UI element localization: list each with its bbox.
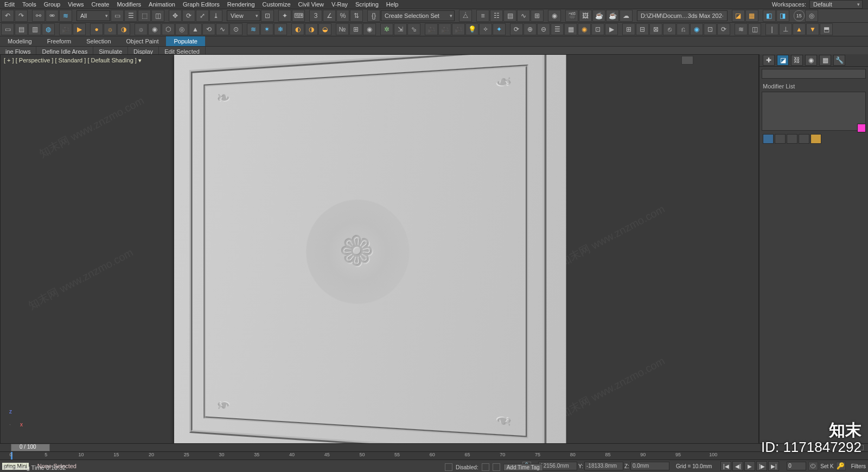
select-region-button[interactable]: ⬚ bbox=[138, 10, 151, 22]
tb2-spotlight-icon[interactable]: ◑ bbox=[117, 23, 130, 35]
tb2-c01[interactable]: ≋ bbox=[247, 23, 260, 35]
undo-button[interactable]: ↶ bbox=[1, 10, 14, 22]
key-filters-button[interactable]: Filters bbox=[851, 463, 866, 469]
tb2-b04[interactable]: ◎ bbox=[175, 23, 188, 35]
ribbon-tab-object-paint[interactable]: Object Paint bbox=[119, 36, 167, 46]
menu-customize[interactable]: Customize bbox=[259, 0, 294, 9]
menu-animation[interactable]: Animation bbox=[145, 0, 178, 9]
isolate-toggle-icon[interactable] bbox=[482, 463, 489, 471]
toggle-ribbon-button[interactable]: ▤ bbox=[503, 10, 516, 22]
time-ruler[interactable]: 0510152025303540455055606570758085909510… bbox=[0, 452, 868, 460]
menu-views[interactable]: Views bbox=[65, 0, 87, 9]
ribbon-tab-selection[interactable]: Selection bbox=[79, 36, 118, 46]
tb2-j03[interactable]: ⊠ bbox=[649, 23, 662, 35]
perspective-viewport[interactable]: [ + ] [ Perspective ] [ Standard ] [ Def… bbox=[0, 54, 759, 444]
tb2-lightbulb-icon[interactable]: 💡 bbox=[465, 23, 478, 35]
unlink-button[interactable]: ⚮ bbox=[46, 10, 59, 22]
tb2-i04[interactable]: ☰ bbox=[551, 23, 564, 35]
tb2-j01[interactable]: ⊞ bbox=[622, 23, 635, 35]
tb2-e03[interactable]: ◉ bbox=[363, 23, 376, 35]
align-button[interactable]: ≡ bbox=[476, 10, 489, 22]
link-button[interactable]: ⚯ bbox=[32, 10, 45, 22]
tb2-l04[interactable]: ▼ bbox=[806, 23, 819, 35]
motion-tab[interactable]: ◉ bbox=[805, 55, 817, 66]
create-tab[interactable]: ✚ bbox=[763, 55, 775, 66]
object-color-swatch[interactable] bbox=[857, 124, 866, 132]
remove-modifier-button[interactable] bbox=[799, 134, 809, 144]
configure-sets-button[interactable] bbox=[810, 134, 821, 144]
selection-lock-icon[interactable] bbox=[445, 463, 452, 471]
tb2-l05[interactable]: ⬒ bbox=[820, 23, 833, 35]
menu-graph-editors[interactable]: Graph Editors bbox=[180, 0, 223, 9]
y-input[interactable]: -18133.8mm bbox=[584, 462, 623, 470]
tb2-sun-icon[interactable]: ☼ bbox=[104, 23, 117, 35]
play-button[interactable]: ▶ bbox=[744, 461, 755, 471]
spinner-snap-button[interactable]: ⇅ bbox=[350, 10, 363, 22]
menu-tools[interactable]: Tools bbox=[19, 0, 40, 9]
tb2-a06[interactable]: ▶ bbox=[73, 23, 86, 35]
current-frame-input[interactable]: 0 bbox=[787, 462, 806, 470]
tb2-b07[interactable]: ∿ bbox=[216, 23, 229, 35]
tb2-j07[interactable]: ⊡ bbox=[704, 23, 717, 35]
tb2-l02[interactable]: ⊥ bbox=[779, 23, 792, 35]
time-slider[interactable]: 0 / 100 bbox=[0, 444, 868, 452]
tb2-f03[interactable]: ⬂ bbox=[407, 23, 420, 35]
tb2-g01[interactable]: 🎥 bbox=[425, 23, 438, 35]
render-prod-button[interactable]: ☕ bbox=[592, 10, 605, 22]
ribbon-tab-populate[interactable]: Populate bbox=[166, 36, 205, 46]
pin-stack-button[interactable] bbox=[763, 134, 774, 144]
menu-vray[interactable]: V-Ray bbox=[328, 0, 351, 9]
time-config-button[interactable]: ⏲ bbox=[808, 462, 818, 470]
menu-group[interactable]: Group bbox=[41, 0, 64, 9]
camera-icon[interactable] bbox=[681, 56, 693, 65]
tb2-b06[interactable]: ⟲ bbox=[202, 23, 215, 35]
modifier-stack[interactable] bbox=[762, 92, 866, 131]
tb1-icon-e[interactable]: ◎ bbox=[805, 10, 818, 22]
tb2-g02[interactable]: 🎥 bbox=[438, 23, 451, 35]
tb2-e01[interactable]: № bbox=[336, 23, 349, 35]
tb2-h02[interactable]: ✦ bbox=[493, 23, 506, 35]
render-cloud-button[interactable]: ☁ bbox=[620, 10, 633, 22]
menu-help[interactable]: Help bbox=[383, 0, 402, 9]
tb2-f02[interactable]: ⇲ bbox=[394, 23, 407, 35]
tb2-b05[interactable]: ▲ bbox=[189, 23, 202, 35]
goto-end-button[interactable]: ▶| bbox=[768, 461, 779, 471]
menu-create[interactable]: Create bbox=[88, 0, 112, 9]
tb2-g03[interactable]: 🎥 bbox=[452, 23, 465, 35]
menu-scripting[interactable]: Scripting bbox=[352, 0, 382, 9]
tb2-b01[interactable]: ☼ bbox=[135, 23, 148, 35]
select-place-button[interactable]: ⤓ bbox=[209, 10, 222, 22]
tb2-d02[interactable]: ◑ bbox=[305, 23, 318, 35]
menu-rendering[interactable]: Rendering bbox=[224, 0, 258, 9]
add-time-tag-button[interactable]: Add Time Tag bbox=[503, 464, 543, 471]
modify-tab[interactable]: ◪ bbox=[777, 55, 789, 66]
tb2-l01[interactable]: | bbox=[765, 23, 778, 35]
tb2-h01[interactable]: ✧ bbox=[479, 23, 492, 35]
tb2-b03[interactable]: ⬡ bbox=[162, 23, 175, 35]
tb1-icon-d[interactable]: ◨ bbox=[776, 10, 789, 22]
tb2-j06[interactable]: ◉ bbox=[690, 23, 703, 35]
edit-named-sel-button[interactable]: {} bbox=[367, 10, 380, 22]
tb2-f01[interactable]: ✲ bbox=[380, 23, 393, 35]
redo-button[interactable]: ↷ bbox=[15, 10, 28, 22]
named-selection-dropdown[interactable]: Create Selection Set bbox=[381, 10, 455, 21]
make-unique-button[interactable] bbox=[787, 134, 797, 144]
workspaces-dropdown[interactable]: Default bbox=[809, 0, 863, 9]
tb2-l03[interactable]: ▲ bbox=[793, 23, 806, 35]
menu-edit[interactable]: Edit bbox=[1, 0, 18, 9]
tb2-d01[interactable]: ◐ bbox=[291, 23, 304, 35]
object-name-input[interactable] bbox=[762, 69, 866, 79]
layer-explorer-button[interactable]: ☷ bbox=[490, 10, 503, 22]
material-editor-button[interactable]: ◉ bbox=[548, 10, 561, 22]
tb2-j05[interactable]: ⎌ bbox=[676, 23, 690, 35]
tb2-a02[interactable]: ▤ bbox=[15, 23, 28, 35]
ribbon-tab-modeling[interactable]: Modeling bbox=[0, 36, 40, 46]
curve-editor-button[interactable]: ∿ bbox=[517, 10, 530, 22]
z-input[interactable]: 0.0mm bbox=[630, 462, 669, 470]
rendered-frame-button[interactable]: 🖼 bbox=[579, 10, 592, 22]
menu-modifiers[interactable]: Modifiers bbox=[113, 0, 144, 9]
tb2-a03[interactable]: ▥ bbox=[28, 23, 41, 35]
keyboard-shortcut-toggle[interactable]: ⌨ bbox=[292, 10, 305, 22]
tb2-c03[interactable]: ❄ bbox=[274, 23, 287, 35]
hierarchy-tab[interactable]: ⛓ bbox=[791, 55, 803, 66]
